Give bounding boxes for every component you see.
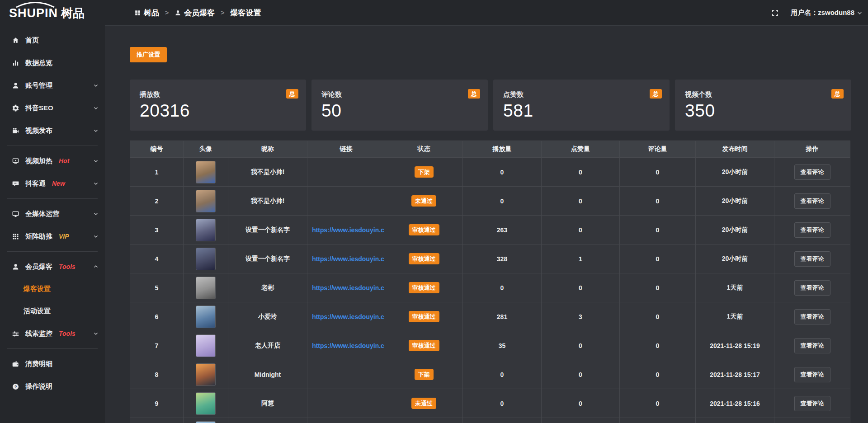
cell-avatar (184, 331, 228, 360)
cell-time: 2021-11-28 15:17 (696, 360, 774, 389)
view-comments-button[interactable]: 查看评论 (794, 280, 830, 296)
logo-arc (14, 1, 56, 8)
cell-plays: 281 (463, 302, 542, 331)
cell-comments: 0 (620, 158, 696, 187)
sidebar-item-label: 操作说明 (25, 382, 52, 391)
member-icon (11, 262, 20, 271)
user-icon (175, 9, 181, 16)
table-row: 9阿慧未通过0002021-11-28 15:16查看评论 (130, 389, 850, 418)
sidebar-item-账号管理[interactable]: 账号管理 (0, 74, 105, 97)
view-comments-button[interactable]: 查看评论 (794, 338, 830, 353)
chevron-down-icon (93, 211, 99, 216)
cell-link: https://www.iesdouyin.c (307, 302, 385, 331)
sidebar-item-矩阵助推[interactable]: 矩阵助推VIP (0, 225, 105, 248)
videos-table: 编号头像昵称链接状态播放量点赞量评论量发布时间操作 1我不是小帅!下架00020… (130, 141, 850, 423)
avatar (196, 190, 216, 212)
cell-comments: 0 (620, 273, 696, 302)
sidebar-subitem-爆客设置[interactable]: 爆客设置 (0, 278, 105, 300)
table-row: 6小爱玲https://www.iesdouyin.c审核通过281301天前查… (130, 302, 850, 331)
view-comments-button[interactable]: 查看评论 (794, 396, 830, 411)
cell-avatar (184, 302, 228, 331)
breadcrumb-item-爆客设置: 爆客设置 (230, 8, 261, 18)
fullscreen-icon[interactable] (771, 9, 779, 17)
cell-link: https://www.iesdouyin.c (307, 244, 385, 273)
sidebar-item-视频发布[interactable]: 视频发布 (0, 119, 105, 142)
cell-status: 审核通过 (385, 216, 463, 244)
sidebar-item-操作说明[interactable]: ?操作说明 (0, 375, 105, 398)
stat-card-视频个数: 视频个数350总 (675, 80, 851, 131)
cell-link: https://www.iesdouyin.c (307, 273, 385, 302)
view-comments-button[interactable]: 查看评论 (794, 164, 830, 180)
view-comments-button[interactable]: 查看评论 (794, 222, 830, 238)
stat-value: 581 (503, 101, 670, 121)
screen-play-icon (11, 156, 20, 165)
video-link[interactable]: https://www.iesdouyin.c (312, 342, 384, 349)
column-header-链接: 链接 (307, 141, 385, 158)
sidebar-item-数据总览[interactable]: 数据总览 (0, 52, 105, 74)
cell-time: 20小时前 (696, 244, 774, 273)
table-row (130, 418, 850, 423)
sidebar-item-首页[interactable]: 首页 (0, 29, 105, 52)
cell-link: https://www.iesdouyin.c (307, 216, 385, 244)
chevron-down-icon (93, 83, 99, 88)
cell-comments: 0 (620, 302, 696, 331)
sidebar-item-label: 首页 (25, 36, 39, 45)
view-comments-button[interactable]: 查看评论 (794, 251, 830, 267)
cell-nickname (228, 418, 307, 423)
breadcrumb-label: 树品 (144, 8, 159, 18)
sidebar-item-抖客通[interactable]: 抖客通New (0, 172, 105, 195)
cell-avatar (184, 244, 228, 273)
sidebar-item-tag: Hot (59, 157, 69, 164)
breadcrumb-item-树品[interactable]: 树品 (134, 8, 159, 18)
cell-time (696, 418, 774, 423)
video-link[interactable]: https://www.iesdouyin.c (312, 226, 384, 234)
cell-nickname: 阿慧 (228, 389, 307, 418)
view-comments-button[interactable]: 查看评论 (794, 309, 830, 324)
cell-no: 3 (130, 216, 184, 244)
sidebar-item-视频加热[interactable]: 视频加热Hot (0, 150, 105, 172)
avatar (196, 392, 216, 415)
user-icon (11, 81, 20, 90)
cell-time: 2021-11-28 15:19 (696, 331, 774, 360)
avatar (196, 161, 216, 183)
chat-icon (11, 179, 20, 188)
cell-link (307, 360, 385, 389)
cell-nickname: 老人开店 (228, 331, 307, 360)
promo-settings-button[interactable]: 推广设置 (130, 47, 167, 62)
video-link[interactable]: https://www.iesdouyin.c (312, 284, 384, 291)
status-badge: 审核通过 (409, 340, 439, 351)
cell-likes: 0 (542, 389, 620, 418)
cell-link: https://www.iesdouyin.c (307, 331, 385, 360)
table-row: 3设置一个新名字https://www.iesdouyin.c审核通过26300… (130, 216, 850, 244)
cell-no: 6 (130, 302, 184, 331)
video-link[interactable]: https://www.iesdouyin.c (312, 313, 384, 320)
topbar: 树品>会员爆客>爆客设置 用户名：zswodun88 (105, 0, 868, 26)
sidebar-subitem-活动设置[interactable]: 活动设置 (0, 300, 105, 322)
sidebar-item-全媒体运营[interactable]: 全媒体运营 (0, 202, 105, 225)
breadcrumb-separator: > (221, 9, 224, 16)
view-comments-button[interactable]: 查看评论 (794, 193, 830, 209)
sidebar-item-label: 矩阵助推 (25, 232, 52, 241)
cell-action: 查看评论 (774, 331, 850, 360)
avatar (196, 306, 216, 328)
chart-icon (11, 58, 20, 67)
cell-plays: 0 (463, 389, 542, 418)
sidebar-item-线索监控[interactable]: 线索监控Tools (0, 322, 105, 345)
sidebar-item-抖音SEO[interactable]: 抖音SEO (0, 97, 105, 119)
video-icon (11, 126, 20, 135)
cell-nickname: 我不是小帅! (228, 187, 307, 216)
cell-no: 5 (130, 273, 184, 302)
table-row: 1我不是小帅!下架00020小时前查看评论 (130, 158, 850, 187)
cell-likes: 0 (542, 187, 620, 216)
breadcrumb-label: 爆客设置 (230, 8, 261, 18)
sidebar-item-会员爆客[interactable]: 会员爆客Tools (0, 255, 105, 278)
breadcrumb-item-会员爆客[interactable]: 会员爆客 (175, 8, 215, 18)
user-menu[interactable]: 用户名：zswodun88 (791, 9, 863, 17)
app-root: { "brand": { "logo_en": "SHUPIN", "logo_… (0, 0, 868, 423)
sidebar-item-消费明细[interactable]: 消费明细 (0, 352, 105, 375)
stat-card-评论数: 评论数50总 (311, 80, 488, 131)
cell-time: 20小时前 (696, 216, 774, 244)
video-link[interactable]: https://www.iesdouyin.c (312, 255, 384, 263)
cell-avatar (184, 418, 228, 423)
view-comments-button[interactable]: 查看评论 (794, 367, 830, 382)
